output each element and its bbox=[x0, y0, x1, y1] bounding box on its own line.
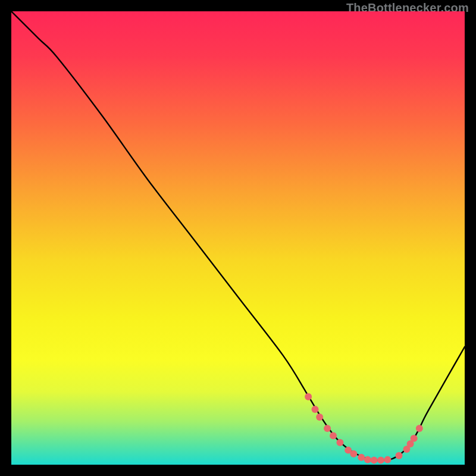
marker-dot bbox=[316, 414, 323, 421]
marker-dot bbox=[305, 393, 312, 400]
marker-dot bbox=[364, 456, 371, 464]
marker-dot bbox=[350, 450, 357, 458]
marker-dot bbox=[330, 432, 337, 439]
marker-dot bbox=[411, 435, 418, 442]
marker-dot bbox=[358, 454, 365, 461]
plot-area bbox=[11, 11, 465, 465]
gradient-background bbox=[11, 11, 465, 465]
marker-dot bbox=[384, 456, 391, 464]
marker-dot bbox=[396, 452, 403, 459]
marker-dot bbox=[336, 439, 343, 446]
marker-dot bbox=[371, 456, 378, 464]
marker-dot bbox=[324, 425, 331, 432]
chart-stage: TheBottlenecker.com bbox=[0, 0, 476, 476]
chart-svg bbox=[11, 11, 465, 465]
marker-dot bbox=[312, 406, 319, 413]
marker-dot bbox=[377, 456, 384, 464]
marker-dot bbox=[416, 425, 423, 432]
